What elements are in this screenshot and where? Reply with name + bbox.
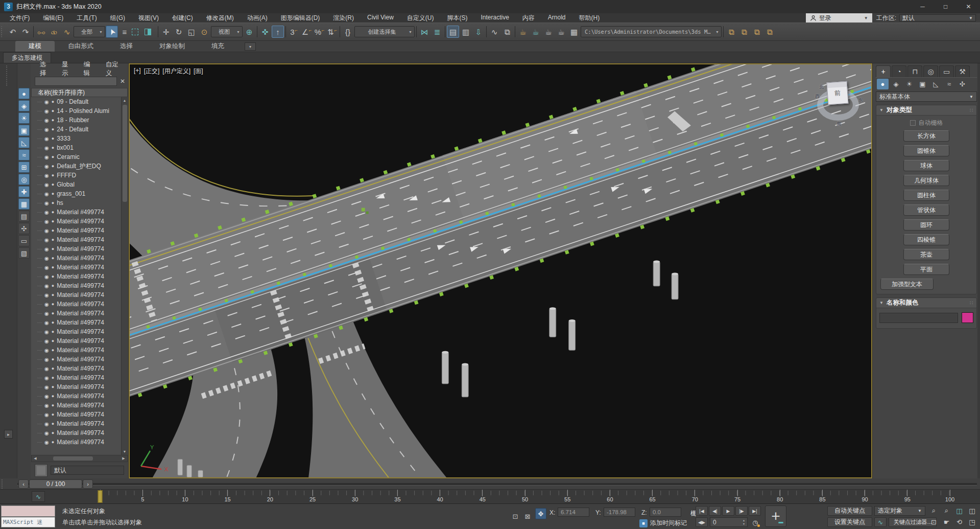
zoom-extents-all-icon[interactable]: ◫ [966,505,978,516]
freeze-dot-icon[interactable]: ● [52,338,54,343]
menu-item[interactable]: 渲染(R) [326,14,361,22]
explorer-row[interactable]: ◉ ● Material #499774 [31,382,128,392]
explorer-row[interactable]: ◉ ● Material #499774 [31,355,128,364]
object-type-button[interactable]: 四棱锥 [903,234,949,245]
time-slider-value[interactable]: 0 / 100 [29,479,82,489]
menu-item[interactable]: 图形编辑器(D) [274,14,327,22]
explorer-row[interactable]: ◉ ● Material #499774 [31,318,128,327]
visibility-eye-icon[interactable]: ◉ [44,329,49,335]
freeze-dot-icon[interactable]: ● [52,348,54,353]
category-spacewarps-icon[interactable]: ≈ [943,79,955,89]
default-preset-field[interactable]: 默认 [51,466,124,475]
menu-item[interactable]: 视图(V) [132,14,165,22]
viewcube-cube[interactable]: 前 [827,81,849,105]
zoom-all-icon[interactable]: ⌕ [941,505,952,516]
bind-to-space-warp-icon[interactable]: ∿ [61,26,73,38]
viewport-pov-label[interactable]: [正交] [144,67,160,76]
select-and-move-icon[interactable]: ✛ [160,26,172,38]
visibility-eye-icon[interactable]: ◉ [44,440,49,445]
edit-named-selection-sets-icon[interactable]: {} [342,26,354,38]
freeze-dot-icon[interactable]: ● [52,265,54,270]
scroll-down-icon[interactable]: ▼ [122,448,128,455]
layer-thumbnail[interactable] [35,464,47,477]
explorer-row[interactable]: ◉ ● Material #499774 [31,346,128,355]
previous-frame-button[interactable]: ◀| [709,506,721,516]
ribbon-collapse-button[interactable]: ▾ [245,42,256,51]
menu-item[interactable]: 编辑(E) [36,14,70,22]
object-type-button[interactable]: 圆柱体 [903,190,949,201]
freeze-dot-icon[interactable]: ● [52,99,54,104]
previous-frame-arrow[interactable]: ‹ [18,479,29,489]
object-type-button[interactable]: 圆锥体 [903,145,949,156]
scroll-left-icon[interactable]: ◀ [32,456,39,461]
category-geometry-icon[interactable]: ● [877,79,889,89]
current-frame-field[interactable]: 0 ▴▾ [710,517,748,527]
selection-filter-dropdown[interactable]: 全部 ▼ [74,26,105,37]
z-coordinate-field[interactable]: 0.0 [650,508,681,517]
explorer-horizontal-scrollbar[interactable]: ◀ ▶ [31,455,128,462]
freeze-dot-icon[interactable]: ● [52,191,54,196]
angle-snap-icon[interactable]: ∠ [300,26,313,38]
visibility-eye-icon[interactable]: ◉ [44,421,49,427]
explorer-row[interactable]: ◉ ● Material #499774 [31,272,128,281]
selection-lock-icon[interactable]: ⊠ [522,511,533,522]
explorer-row[interactable]: ◉ ● FFFFD [31,171,128,180]
add-time-tag[interactable]: ■ 添加时间标记 [639,519,687,527]
maxscript-listener-output[interactable]: MAXScript 迷 [1,517,55,527]
reference-coordinate-system-dropdown[interactable]: 视图 ▼ [211,26,243,37]
category-helpers-icon[interactable]: ◺ [930,79,942,89]
explorer-row[interactable]: ◉ ● Material #499774 [31,336,128,346]
freeze-dot-icon[interactable]: ● [52,302,54,307]
filter-xrefs-icon[interactable]: ◎ [18,174,30,185]
freeze-dot-icon[interactable]: ● [52,154,54,159]
workspace-layout-icon-4[interactable]: ⧉ [763,26,776,38]
menu-item[interactable]: 文件(F) [3,14,36,22]
freeze-dot-icon[interactable]: ● [52,320,54,325]
filter-groups-icon[interactable]: ⊞ [18,162,30,173]
freeze-dot-icon[interactable]: ● [52,219,54,224]
maxscript-listener-input[interactable] [1,505,55,517]
visibility-eye-icon[interactable]: ◉ [44,357,49,362]
visibility-eye-icon[interactable]: ◉ [44,256,49,261]
freeze-dot-icon[interactable]: ● [52,311,54,316]
freeze-dot-icon[interactable]: ● [52,394,54,399]
explorer-row[interactable]: ◉ ● Material #499774 [31,373,128,382]
freeze-dot-icon[interactable]: ● [52,440,54,445]
object-type-button[interactable]: 几何球体 [903,175,949,186]
filter-materials-icon[interactable]: ▤ [18,211,30,222]
visibility-eye-icon[interactable]: ◉ [44,210,49,215]
visibility-eye-icon[interactable]: ◉ [44,108,49,114]
viewport-shading-label[interactable]: [面] [194,67,203,76]
freeze-dot-icon[interactable]: ● [52,430,54,435]
filter-geometry-icon[interactable]: ● [18,88,30,99]
zoom-icon[interactable]: ⌕ [928,505,940,516]
freeze-dot-icon[interactable]: ● [52,412,54,417]
freeze-dot-icon[interactable]: ● [52,164,54,169]
explorer-row[interactable]: ◉ ● Material #499774 [31,327,128,336]
scrollbar-thumb[interactable] [123,105,127,202]
visibility-eye-icon[interactable]: ◉ [44,99,49,105]
object-type-button[interactable]: 管状体 [903,204,949,216]
menu-item[interactable]: 帮助(H) [572,14,607,22]
tab-create[interactable]: + [876,65,891,77]
explorer-row[interactable]: ◉ ● 18 - Rubber [31,116,128,125]
visibility-eye-icon[interactable]: ◉ [44,228,49,234]
rectangular-selection-region-icon[interactable] [131,26,144,38]
visibility-eye-icon[interactable]: ◉ [44,237,49,243]
compass-north-label[interactable]: 北 [819,84,824,90]
filter-containers-icon[interactable]: ▦ [18,198,30,210]
time-slider[interactable]: ‹ 0 / 100 › [18,479,93,489]
spinner-snap-icon[interactable]: ⇅ [326,26,338,38]
menu-item[interactable]: 组(G) [104,14,132,22]
freeze-dot-icon[interactable]: ● [52,145,54,150]
redo-icon[interactable]: ↷ [19,26,32,38]
keyboard-shortcut-override-icon[interactable]: ↑ [272,26,284,38]
zoom-region-icon[interactable]: ⊡ [928,517,940,527]
menu-item[interactable]: Civil View [361,14,400,22]
explorer-row[interactable]: ◉ ● Material #499774 [31,208,128,217]
material-editor-icon[interactable]: ☕ [517,26,529,38]
explorer-row[interactable]: ◉ ● Material #499774 [31,235,128,244]
slate-material-editor-icon[interactable]: ☕ [530,26,542,38]
freeze-dot-icon[interactable]: ● [52,403,54,408]
explorer-search-input[interactable] [35,77,117,86]
